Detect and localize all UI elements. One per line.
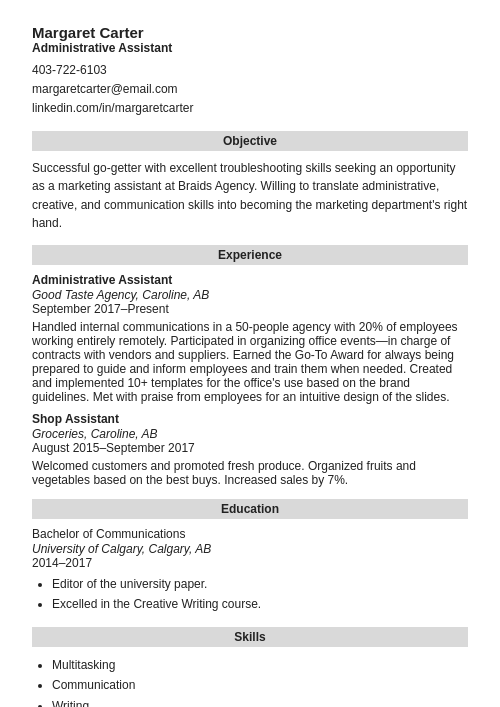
edu-item-1: Editor of the university paper. [52, 574, 468, 594]
email: margaretcarter@email.com [32, 80, 468, 99]
job-1-title: Administrative Assistant [32, 273, 468, 287]
job-2-desc: Welcomed customers and promoted fresh pr… [32, 459, 468, 487]
edu-item-2: Excelled in the Creative Writing course. [52, 594, 468, 614]
edu-degree: Bachelor of Communications [32, 527, 468, 541]
experience-heading: Experience [32, 245, 468, 265]
job-1: Administrative Assistant Good Taste Agen… [32, 273, 468, 404]
resume-header: Margaret Carter Administrative Assistant… [32, 24, 468, 119]
edu-school: University of Calgary, Calgary, AB [32, 542, 468, 556]
job-1-desc: Handled internal communications in a 50-… [32, 320, 468, 404]
job-2: Shop Assistant Groceries, Caroline, AB A… [32, 412, 468, 487]
skill-3: Writing [52, 696, 468, 708]
education-section: Education Bachelor of Communications Uni… [32, 499, 468, 615]
objective-heading: Objective [32, 131, 468, 151]
skills-list: Multitasking Communication Writing Atten… [32, 655, 468, 707]
skill-1: Multitasking [52, 655, 468, 675]
skills-heading: Skills [32, 627, 468, 647]
experience-section: Experience Administrative Assistant Good… [32, 245, 468, 487]
job-2-title: Shop Assistant [32, 412, 468, 426]
job-2-dates: August 2015–September 2017 [32, 441, 468, 455]
candidate-title: Administrative Assistant [32, 41, 468, 55]
job-2-company: Groceries, Caroline, AB [32, 427, 468, 441]
skills-section: Skills Multitasking Communication Writin… [32, 627, 468, 707]
objective-text: Successful go-getter with excellent trou… [32, 159, 468, 233]
objective-section: Objective Successful go-getter with exce… [32, 131, 468, 233]
contact-info: 403-722-6103 margaretcarter@email.com li… [32, 61, 468, 119]
edu-dates: 2014–2017 [32, 556, 468, 570]
skill-2: Communication [52, 675, 468, 695]
edu-list: Editor of the university paper. Excelled… [32, 574, 468, 615]
job-1-dates: September 2017–Present [32, 302, 468, 316]
linkedin: linkedin.com/in/margaretcarter [32, 99, 468, 118]
phone: 403-722-6103 [32, 61, 468, 80]
job-1-company: Good Taste Agency, Caroline, AB [32, 288, 468, 302]
candidate-name: Margaret Carter [32, 24, 468, 41]
education-heading: Education [32, 499, 468, 519]
